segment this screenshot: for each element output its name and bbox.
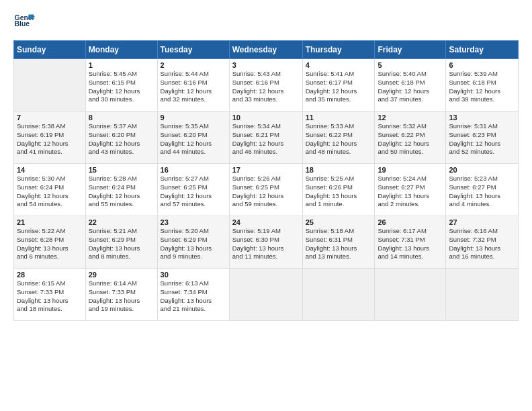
day-info: Sunrise: 5:45 AM Sunset: 6:15 PM Dayligh… <box>89 70 154 104</box>
calendar-cell: 4Sunrise: 5:41 AM Sunset: 6:17 PM Daylig… <box>302 59 375 111</box>
day-info: Sunrise: 5:35 AM Sunset: 6:20 PM Dayligh… <box>161 122 226 156</box>
day-info: Sunrise: 5:43 AM Sunset: 6:16 PM Dayligh… <box>232 70 300 104</box>
calendar-cell: 24Sunrise: 5:19 AM Sunset: 6:30 PM Dayli… <box>229 216 302 269</box>
day-info: Sunrise: 6:15 AM Sunset: 7:33 PM Dayligh… <box>17 279 83 314</box>
day-number: 30 <box>161 271 226 279</box>
calendar-week-row: 7Sunrise: 5:38 AM Sunset: 6:19 PM Daylig… <box>14 111 519 164</box>
day-number: 8 <box>89 113 154 122</box>
day-number: 1 <box>89 61 154 69</box>
day-number: 27 <box>449 218 515 226</box>
day-info: Sunrise: 5:25 AM Sunset: 6:26 PM Dayligh… <box>306 175 372 209</box>
day-info: Sunrise: 5:32 AM Sunset: 6:22 PM Dayligh… <box>378 122 443 156</box>
day-info: Sunrise: 5:39 AM Sunset: 6:18 PM Dayligh… <box>449 70 515 104</box>
day-info: Sunrise: 5:20 AM Sunset: 6:29 PM Dayligh… <box>161 227 226 261</box>
calendar-cell: 21Sunrise: 5:22 AM Sunset: 6:28 PM Dayli… <box>14 216 86 269</box>
day-number: 23 <box>161 218 226 226</box>
day-number: 28 <box>17 271 83 279</box>
logo-icon: General Blue <box>13 12 35 31</box>
weekday-header-saturday: Saturday <box>446 41 519 59</box>
calendar-cell <box>302 269 375 321</box>
weekday-header-friday: Friday <box>375 41 446 59</box>
calendar-cell <box>14 59 86 111</box>
day-info: Sunrise: 5:24 AM Sunset: 6:27 PM Dayligh… <box>378 175 443 209</box>
calendar-cell: 27Sunrise: 6:16 AM Sunset: 7:32 PM Dayli… <box>446 216 519 269</box>
weekday-header-tuesday: Tuesday <box>157 41 229 59</box>
day-info: Sunrise: 5:19 AM Sunset: 6:30 PM Dayligh… <box>232 227 300 261</box>
day-number: 15 <box>89 166 154 174</box>
day-number: 7 <box>17 113 83 122</box>
day-number: 29 <box>89 271 154 279</box>
day-number: 6 <box>449 61 515 69</box>
calendar-cell: 25Sunrise: 5:18 AM Sunset: 6:31 PM Dayli… <box>302 216 375 269</box>
day-info: Sunrise: 5:18 AM Sunset: 6:31 PM Dayligh… <box>306 227 372 261</box>
weekday-header-sunday: Sunday <box>14 41 86 59</box>
calendar-cell: 28Sunrise: 6:15 AM Sunset: 7:33 PM Dayli… <box>14 269 86 321</box>
day-info: Sunrise: 5:37 AM Sunset: 6:20 PM Dayligh… <box>89 122 154 156</box>
day-number: 9 <box>161 113 226 122</box>
calendar-cell: 8Sunrise: 5:37 AM Sunset: 6:20 PM Daylig… <box>85 111 157 164</box>
calendar-cell: 29Sunrise: 6:14 AM Sunset: 7:33 PM Dayli… <box>85 269 157 321</box>
calendar-cell: 26Sunrise: 6:17 AM Sunset: 7:31 PM Dayli… <box>375 216 446 269</box>
day-number: 24 <box>232 218 300 226</box>
header: General Blue <box>13 12 519 31</box>
day-number: 16 <box>161 166 226 174</box>
svg-marker-2 <box>28 15 34 19</box>
day-info: Sunrise: 5:44 AM Sunset: 6:16 PM Dayligh… <box>161 70 226 104</box>
calendar-cell: 16Sunrise: 5:27 AM Sunset: 6:25 PM Dayli… <box>157 164 229 216</box>
calendar-cell: 6Sunrise: 5:39 AM Sunset: 6:18 PM Daylig… <box>446 59 519 111</box>
day-number: 19 <box>378 166 443 174</box>
calendar-cell: 7Sunrise: 5:38 AM Sunset: 6:19 PM Daylig… <box>14 111 86 164</box>
calendar-cell: 19Sunrise: 5:24 AM Sunset: 6:27 PM Dayli… <box>375 164 446 216</box>
calendar-cell <box>446 269 519 321</box>
calendar-cell: 11Sunrise: 5:33 AM Sunset: 6:22 PM Dayli… <box>302 111 375 164</box>
calendar-cell: 2Sunrise: 5:44 AM Sunset: 6:16 PM Daylig… <box>157 59 229 111</box>
weekday-header-wednesday: Wednesday <box>229 41 302 59</box>
weekday-header-thursday: Thursday <box>302 41 375 59</box>
svg-text:Blue: Blue <box>15 20 30 28</box>
calendar-cell: 10Sunrise: 5:34 AM Sunset: 6:21 PM Dayli… <box>229 111 302 164</box>
calendar-cell: 1Sunrise: 5:45 AM Sunset: 6:15 PM Daylig… <box>85 59 157 111</box>
day-info: Sunrise: 5:22 AM Sunset: 6:28 PM Dayligh… <box>17 227 83 261</box>
day-number: 18 <box>306 166 372 174</box>
day-number: 4 <box>306 61 372 69</box>
calendar-cell: 5Sunrise: 5:40 AM Sunset: 6:18 PM Daylig… <box>375 59 446 111</box>
calendar-cell: 15Sunrise: 5:28 AM Sunset: 6:24 PM Dayli… <box>85 164 157 216</box>
calendar-table: SundayMondayTuesdayWednesdayThursdayFrid… <box>13 40 519 321</box>
day-number: 2 <box>161 61 226 69</box>
day-info: Sunrise: 5:38 AM Sunset: 6:19 PM Dayligh… <box>17 122 83 156</box>
day-info: Sunrise: 5:26 AM Sunset: 6:25 PM Dayligh… <box>232 175 300 209</box>
day-number: 11 <box>306 113 372 122</box>
day-info: Sunrise: 5:30 AM Sunset: 6:24 PM Dayligh… <box>17 175 83 209</box>
day-info: Sunrise: 5:21 AM Sunset: 6:29 PM Dayligh… <box>89 227 154 261</box>
weekday-header-monday: Monday <box>85 41 157 59</box>
logo: General Blue <box>13 12 35 31</box>
calendar-cell: 12Sunrise: 5:32 AM Sunset: 6:22 PM Dayli… <box>375 111 446 164</box>
day-info: Sunrise: 6:13 AM Sunset: 7:34 PM Dayligh… <box>161 279 226 314</box>
day-info: Sunrise: 5:40 AM Sunset: 6:18 PM Dayligh… <box>378 70 443 104</box>
day-number: 17 <box>232 166 300 174</box>
calendar-cell: 17Sunrise: 5:26 AM Sunset: 6:25 PM Dayli… <box>229 164 302 216</box>
calendar-cell: 13Sunrise: 5:31 AM Sunset: 6:23 PM Dayli… <box>446 111 519 164</box>
day-info: Sunrise: 6:14 AM Sunset: 7:33 PM Dayligh… <box>89 279 154 314</box>
calendar-week-row: 1Sunrise: 5:45 AM Sunset: 6:15 PM Daylig… <box>14 59 519 111</box>
day-number: 13 <box>449 113 515 122</box>
day-info: Sunrise: 5:23 AM Sunset: 6:27 PM Dayligh… <box>449 175 515 209</box>
day-number: 10 <box>232 113 300 122</box>
calendar-cell: 22Sunrise: 5:21 AM Sunset: 6:29 PM Dayli… <box>85 216 157 269</box>
day-number: 14 <box>17 166 83 174</box>
day-info: Sunrise: 5:34 AM Sunset: 6:21 PM Dayligh… <box>232 122 300 156</box>
day-info: Sunrise: 5:31 AM Sunset: 6:23 PM Dayligh… <box>449 122 515 156</box>
day-info: Sunrise: 6:16 AM Sunset: 7:32 PM Dayligh… <box>449 227 515 261</box>
calendar-cell: 23Sunrise: 5:20 AM Sunset: 6:29 PM Dayli… <box>157 216 229 269</box>
calendar-cell: 14Sunrise: 5:30 AM Sunset: 6:24 PM Dayli… <box>14 164 86 216</box>
calendar-cell <box>229 269 302 321</box>
weekday-header-row: SundayMondayTuesdayWednesdayThursdayFrid… <box>14 41 519 59</box>
calendar-cell: 30Sunrise: 6:13 AM Sunset: 7:34 PM Dayli… <box>157 269 229 321</box>
calendar-week-row: 28Sunrise: 6:15 AM Sunset: 7:33 PM Dayli… <box>14 269 519 321</box>
day-number: 25 <box>306 218 372 226</box>
day-number: 20 <box>449 166 515 174</box>
calendar-cell: 3Sunrise: 5:43 AM Sunset: 6:16 PM Daylig… <box>229 59 302 111</box>
day-info: Sunrise: 5:33 AM Sunset: 6:22 PM Dayligh… <box>306 122 372 156</box>
day-info: Sunrise: 5:27 AM Sunset: 6:25 PM Dayligh… <box>161 175 226 209</box>
day-number: 12 <box>378 113 443 122</box>
